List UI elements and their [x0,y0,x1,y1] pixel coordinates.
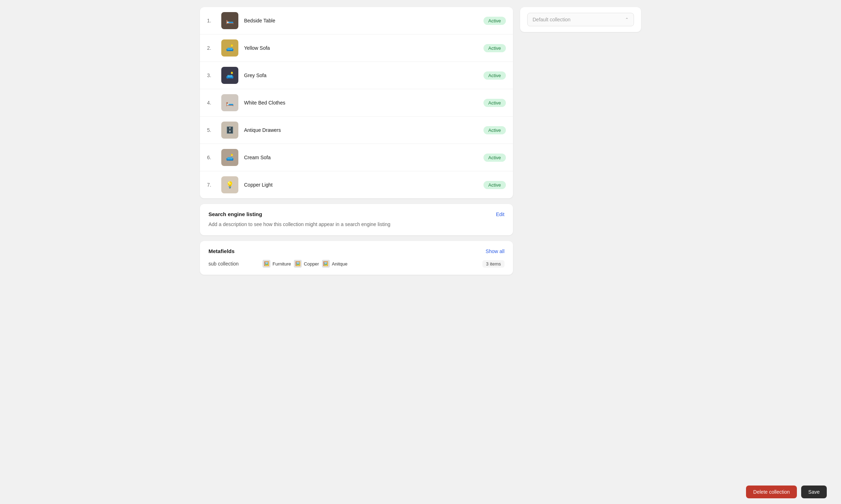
sub-collection-label: sub collection [208,261,258,267]
status-badge: Active [483,44,506,52]
product-thumbnail: 🛏️ [221,12,238,29]
meta-tag: 🖼️ Copper [294,260,319,268]
tag-name: Copper [304,261,319,267]
metafields-header: Metafields Show all [208,248,504,254]
product-name: Copper Light [244,182,478,188]
seo-title: Search engine listing [208,211,262,217]
product-item[interactable]: 7. 💡 Copper Light Active [200,171,513,198]
meta-tag: 🖼️ Furniture [263,260,291,268]
status-badge: Active [483,154,506,162]
meta-tags: 🖼️ Furniture 🖼️ Copper 🖼️ Anitque [263,260,478,268]
collection-select-text: Default collection [533,17,571,22]
metafields-card: Metafields Show all sub collection 🖼️ Fu… [200,241,513,275]
save-button[interactable]: Save [801,486,827,498]
product-item[interactable]: 3. 🛋️ Grey Sofa Active [200,62,513,89]
product-number: 4. [207,100,216,106]
status-badge: Active [483,126,506,134]
status-badge: Active [483,181,506,189]
collection-select[interactable]: Default collection ⌃ [527,13,634,26]
seo-card: Search engine listing Edit Add a descrip… [200,204,513,235]
status-badge: Active [483,99,506,107]
product-number: 1. [207,18,216,23]
delete-collection-button[interactable]: Delete collection [746,486,797,498]
seo-edit-link[interactable]: Edit [496,211,504,217]
sidebar: Default collection ⌃ [520,7,641,32]
product-name: Cream Sofa [244,155,478,160]
status-badge: Active [483,17,506,25]
product-item[interactable]: 6. 🛋️ Cream Sofa Active [200,144,513,171]
meta-row: sub collection 🖼️ Furniture 🖼️ Copper 🖼️… [208,260,504,268]
show-all-link[interactable]: Show all [486,248,504,254]
product-item[interactable]: 4. 🛏️ White Bed Clothes Active [200,89,513,117]
product-name: White Bed Clothes [244,100,478,106]
product-thumbnail: 🛋️ [221,39,238,57]
product-item[interactable]: 1. 🛏️ Bedside Table Active [200,7,513,34]
seo-description: Add a description to see how this collec… [208,221,504,228]
tag-icon: 🖼️ [294,260,302,268]
product-name: Grey Sofa [244,73,478,78]
meta-tag: 🖼️ Anitque [322,260,348,268]
product-thumbnail: 🗄️ [221,122,238,139]
metafields-title: Metafields [208,248,234,254]
action-bar: Delete collection Save [0,480,841,504]
product-list: 1. 🛏️ Bedside Table Active 2. 🛋️ Yellow … [200,7,513,198]
status-badge: Active [483,71,506,80]
tag-name: Furniture [273,261,291,267]
product-number: 2. [207,45,216,51]
tag-icon: 🖼️ [322,260,330,268]
product-thumbnail: 🛋️ [221,67,238,84]
tag-name: Anitque [332,261,348,267]
product-number: 5. [207,127,216,133]
product-thumbnail: 💡 [221,176,238,193]
product-name: Antique Drawers [244,127,478,133]
products-card: 1. 🛏️ Bedside Table Active 2. 🛋️ Yellow … [200,7,513,198]
tag-icon: 🖼️ [263,260,270,268]
product-number: 7. [207,182,216,188]
meta-count: 3 items [482,260,504,268]
sidebar-card: Default collection ⌃ [520,7,641,32]
product-name: Bedside Table [244,18,478,23]
product-number: 3. [207,73,216,78]
chevron-icon: ⌃ [625,17,629,22]
product-item[interactable]: 2. 🛋️ Yellow Sofa Active [200,34,513,62]
product-thumbnail: 🛏️ [221,94,238,111]
seo-header: Search engine listing Edit [208,211,504,217]
product-thumbnail: 🛋️ [221,149,238,166]
product-item[interactable]: 5. 🗄️ Antique Drawers Active [200,117,513,144]
product-number: 6. [207,155,216,160]
product-name: Yellow Sofa [244,45,478,51]
